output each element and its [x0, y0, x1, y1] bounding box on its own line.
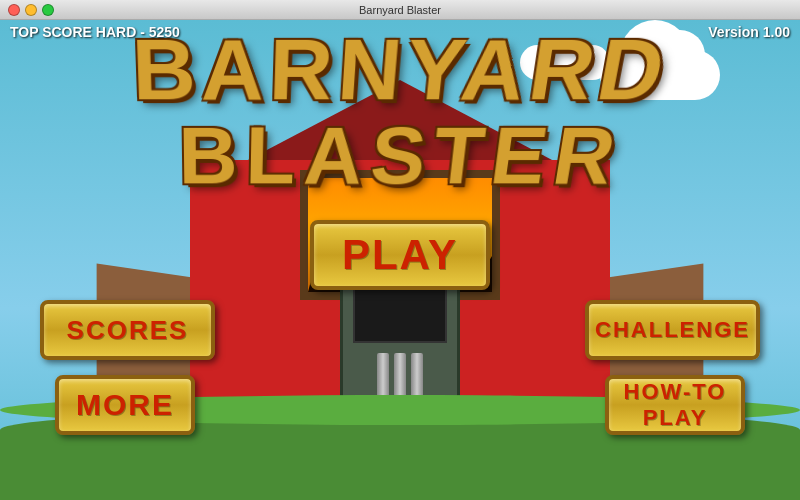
title-line2: BLASTER: [0, 109, 800, 202]
maximize-button[interactable]: [42, 4, 54, 16]
top-score-text: TOP SCORE HARD - 5250: [10, 24, 180, 40]
titlebar: Barnyard Blaster: [0, 0, 800, 20]
top-score-display: TOP SCORE HARD - 5250: [10, 24, 180, 40]
game-title: BARNYARD BLASTER: [0, 30, 800, 203]
version-display: Version 1.00: [708, 24, 790, 40]
titlebar-buttons: [8, 4, 54, 16]
howto-button[interactable]: HOW-TOPLAY: [605, 375, 745, 435]
minimize-button[interactable]: [25, 4, 37, 16]
scores-button[interactable]: SCORES: [40, 300, 215, 360]
window-title: Barnyard Blaster: [359, 4, 441, 16]
close-button[interactable]: [8, 4, 20, 16]
more-button[interactable]: MORE: [55, 375, 195, 435]
challenge-button[interactable]: CHALLENGE: [585, 300, 760, 360]
play-button[interactable]: PLAY: [310, 220, 490, 290]
version-text: Version 1.00: [708, 24, 790, 40]
title-line1: BARNYARD: [0, 30, 800, 108]
